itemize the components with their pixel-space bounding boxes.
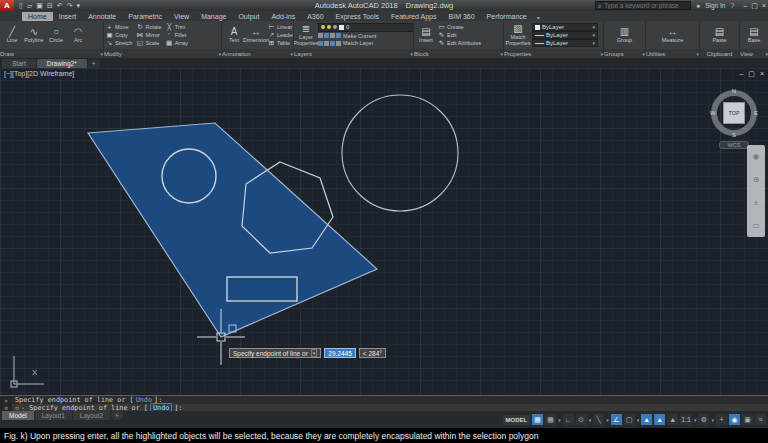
model-space-button[interactable]: MODEL <box>503 415 531 425</box>
tab-bim-360[interactable]: BIM 360 <box>443 12 481 21</box>
tab-manage[interactable]: Manage <box>195 12 232 21</box>
layout1-tab[interactable]: Layout1 <box>35 411 72 420</box>
viewcube-south[interactable]: S <box>732 132 736 138</box>
zoom-icon[interactable]: ± <box>754 198 758 207</box>
tab-view[interactable]: View <box>168 12 195 21</box>
command-close-icon[interactable]: × <box>4 397 8 404</box>
viewport-close-icon[interactable]: × <box>760 70 764 78</box>
pan-icon[interactable]: ⊕ <box>753 175 760 184</box>
open-file-icon[interactable]: ▱ <box>27 2 32 10</box>
viewport-controls[interactable]: [−][Top][2D Wireframe] <box>4 70 74 77</box>
dynamic-input-distance-field[interactable]: 29.2445 <box>324 348 356 358</box>
qat-dropdown-icon[interactable]: ▾ <box>77 2 81 10</box>
linear-button[interactable]: ⊢Linear <box>268 23 293 31</box>
sign-in-button[interactable]: Sign In <box>705 2 725 9</box>
viewcube-west[interactable]: W <box>710 110 716 116</box>
file-tab-drawing2[interactable]: Drawing2* <box>37 59 87 68</box>
match-layer-button[interactable]: Match Layer <box>318 39 413 47</box>
plot-icon[interactable]: ⊟ <box>47 2 53 10</box>
tab-add-ins[interactable]: Add-ins <box>265 12 301 21</box>
layer-dropdown[interactable]: 0 ▾ <box>318 23 413 32</box>
leader-button[interactable]: ↗Leader <box>268 31 293 39</box>
steering-wheel-icon[interactable]: ◉ <box>753 152 760 161</box>
array-button[interactable]: ▦Array <box>166 39 188 47</box>
circle-button[interactable]: ○ Circle <box>46 22 66 48</box>
panel-label-utilities[interactable]: Utilities ▾ <box>646 49 699 58</box>
edit-attributes-button[interactable]: ✎Edit Attributes <box>438 39 481 47</box>
viewport-minimize-icon[interactable]: – <box>739 70 743 78</box>
panel-label-layers[interactable]: Layers ▾ <box>294 49 413 58</box>
new-drawing-tab-button[interactable]: + <box>88 59 100 68</box>
dimension-button[interactable]: ↔ Dimension <box>246 22 266 48</box>
object-snap-toggle[interactable]: ▢ <box>624 414 635 425</box>
group-button[interactable]: ▥ Group <box>615 22 635 48</box>
tab-featured-apps[interactable]: Featured Apps <box>385 12 443 21</box>
osnap-dropdown-icon[interactable]: ▾ <box>637 417 640 423</box>
panel-label-clipboard[interactable]: Clipboard <box>700 49 739 58</box>
dynamic-input-options-icon[interactable]: ▾ <box>311 349 318 357</box>
tab-express-tools[interactable]: Express Tools <box>330 12 385 21</box>
drawing-canvas[interactable]: [−][Top][2D Wireframe] – ▢ × <box>0 68 768 395</box>
tab-a360[interactable]: A360 <box>301 12 329 21</box>
help-icon[interactable]: ? <box>730 2 734 9</box>
clean-screen-button[interactable]: ▣ <box>742 414 753 425</box>
ortho-toggle[interactable]: ∟ <box>563 414 574 425</box>
close-icon[interactable]: × <box>762 2 766 10</box>
arc-button[interactable]: ◠ Arc <box>68 22 88 48</box>
customize-status-bar-button[interactable]: ≡ <box>755 414 766 425</box>
tab-annotate[interactable]: Annotate <box>82 12 122 21</box>
mirror-button[interactable]: ⋈Mirror <box>136 31 161 39</box>
tab-output[interactable]: Output <box>232 12 265 21</box>
tab-performance[interactable]: Performance <box>481 12 533 21</box>
scale-dropdown-icon[interactable]: ▾ <box>694 417 697 423</box>
file-tab-start[interactable]: Start <box>2 59 36 68</box>
panel-label-modify[interactable]: Modify ▾ <box>104 49 221 58</box>
lineweight-dropdown[interactable]: ByLayer ▾ <box>532 31 598 39</box>
isodraft-dropdown-icon[interactable]: ▾ <box>606 417 609 423</box>
fillet-button[interactable]: ◜Fillet <box>166 31 188 39</box>
selection-polygon[interactable] <box>88 123 377 337</box>
viewport-restore-icon[interactable]: ▢ <box>748 70 755 78</box>
new-layout-button[interactable]: + <box>111 411 123 420</box>
text-button[interactable]: A Text <box>224 22 244 48</box>
tab-home[interactable]: Home <box>22 12 53 21</box>
wcs-dropdown[interactable]: WCS <box>719 141 749 149</box>
graphics-performance-toggle[interactable]: ◉ <box>729 414 740 425</box>
workspace-dropdown-icon[interactable]: ▾ <box>711 417 714 423</box>
navigation-bar[interactable]: ◉ ⊕ ± ▭ <box>747 145 765 237</box>
paste-button[interactable]: ▤ Paste <box>710 22 730 48</box>
viewcube-top-face[interactable]: TOP <box>723 102 745 124</box>
help-search-box[interactable]: ⌕ <box>595 1 691 10</box>
tab-parametric[interactable]: Parametric <box>122 12 168 21</box>
panel-label-block[interactable]: Block ▾ <box>414 49 503 58</box>
object-snap-tracking-toggle[interactable]: ∠ <box>611 414 622 425</box>
redo-icon[interactable]: ↷ <box>67 2 73 10</box>
viewcube[interactable]: N S W E TOP <box>711 90 757 136</box>
command-line[interactable]: × ⚙ Specify endpoint of line or [Undo]: … <box>0 395 768 411</box>
table-button[interactable]: ⊞Table <box>268 39 293 47</box>
stretch-button[interactable]: ↘Stretch <box>106 39 132 47</box>
object-color-dropdown[interactable]: ByLayer ▾ <box>532 23 598 31</box>
make-current-button[interactable]: Make Current <box>318 32 413 40</box>
linetype-dropdown[interactable]: ByLayer ▾ <box>532 39 598 47</box>
polar-dropdown-icon[interactable]: ▾ <box>589 417 592 423</box>
minimize-icon[interactable]: – <box>743 2 747 10</box>
snap-dropdown-icon[interactable]: ▾ <box>558 417 561 423</box>
orbit-icon[interactable]: ▭ <box>752 221 760 230</box>
isodraft-toggle[interactable]: ╲ <box>593 414 604 425</box>
scale-button[interactable]: ◱Scale <box>136 39 161 47</box>
copy-button[interactable]: ▣Copy <box>106 31 132 39</box>
create-block-button[interactable]: ▭Create <box>438 23 481 31</box>
move-button[interactable]: +Move <box>106 23 132 31</box>
workspace-switching-button[interactable]: ⚙ <box>698 414 709 425</box>
snap-toggle[interactable]: ▦ <box>545 414 556 425</box>
line-button[interactable]: ╱ Line <box>2 22 22 48</box>
polyline-button[interactable]: ∿ Polyline <box>24 22 44 48</box>
app-menu-button[interactable]: A <box>0 0 14 11</box>
viewcube-north[interactable]: N <box>732 88 736 94</box>
insert-button[interactable]: ▤ Insert <box>416 22 436 48</box>
panel-label-draw[interactable]: Draw ▾ <box>0 49 103 58</box>
ribbon-display-toggle-icon[interactable]: ▾ <box>537 14 540 21</box>
undo-icon[interactable]: ↶ <box>57 2 63 10</box>
panel-label-properties[interactable]: Properties ▾ <box>504 49 603 58</box>
